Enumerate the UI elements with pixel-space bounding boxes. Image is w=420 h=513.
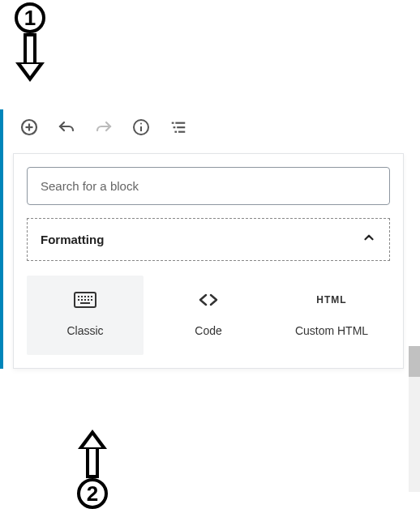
arrow-up-icon [83,430,102,478]
panel-body: Formatting [14,218,403,368]
svg-point-5 [140,123,142,125]
info-icon [131,118,151,137]
plus-circle-icon [19,118,39,137]
info-button[interactable] [130,116,152,139]
block-grid: Classic Code HTML Custom HTML [27,276,390,355]
svg-rect-10 [174,131,177,133]
category-label: Formatting [41,233,104,246]
search-wrap [14,154,403,218]
scrollbar-thumb[interactable] [409,346,420,377]
svg-rect-6 [172,122,174,124]
outline-icon [169,118,187,136]
annotation-number-2: 2 [77,478,108,509]
code-icon [197,290,220,310]
category-formatting[interactable]: Formatting [27,218,390,261]
svg-rect-8 [174,126,176,128]
keyboard-icon [74,290,96,310]
annotation-number-1: 1 [15,2,45,33]
block-item-code[interactable]: Code [150,276,267,355]
block-navigation-button[interactable] [167,116,190,139]
svg-rect-7 [175,122,185,124]
add-block-button[interactable] [18,116,41,139]
block-inserter-panel: Formatting [13,153,404,369]
editor-region: Formatting [0,109,417,369]
undo-icon [57,118,76,137]
editor-toolbar [3,109,417,153]
block-item-classic[interactable]: Classic [27,276,144,355]
redo-button[interactable] [92,116,115,139]
annotation-2: 2 [77,430,108,509]
chevron-up-icon [362,230,376,249]
redo-icon [94,118,114,137]
svg-rect-11 [178,131,185,133]
undo-button[interactable] [55,116,78,139]
scrollbar[interactable] [409,346,420,492]
svg-rect-9 [177,126,185,128]
search-input[interactable] [27,167,390,205]
arrow-down-icon [20,33,40,82]
annotation-1: 1 [15,2,45,82]
block-item-label: Code [195,324,221,337]
html-icon: HTML [316,290,346,310]
block-item-custom-html[interactable]: HTML Custom HTML [273,276,390,355]
block-item-label: Classic [66,324,103,337]
block-item-label: Custom HTML [295,324,368,337]
